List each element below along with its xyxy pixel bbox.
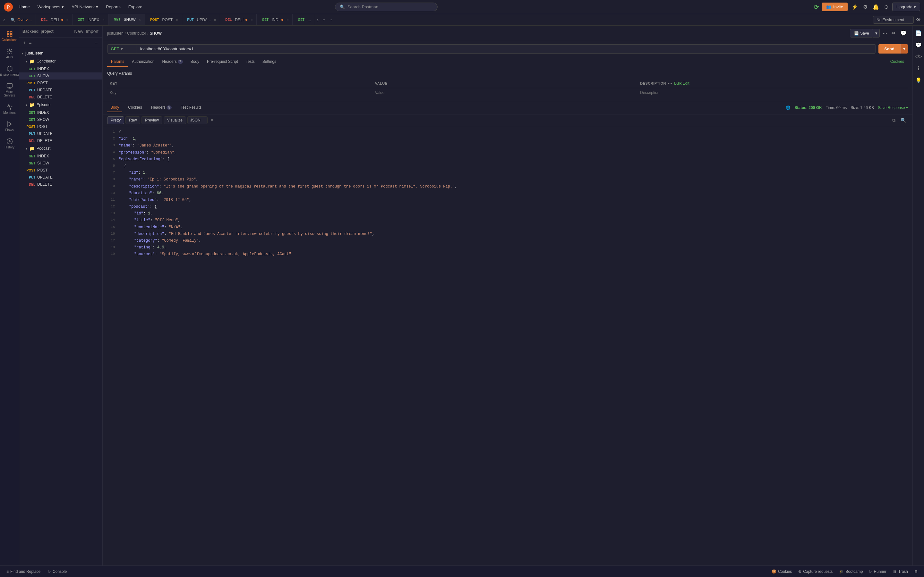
save-button[interactable]: 💾 Save xyxy=(850,29,873,37)
endpoint-episode-index[interactable]: GET INDEX xyxy=(19,109,102,116)
tab-more-options[interactable]: ··· xyxy=(328,16,336,23)
format-visualize-button[interactable]: Visualize xyxy=(164,116,186,124)
close-icon[interactable]: × xyxy=(286,18,288,22)
value-input[interactable] xyxy=(375,90,635,95)
tab-get-indi[interactable]: GET INDI × xyxy=(257,14,292,26)
tab-del-deli1[interactable]: DEL DELI × xyxy=(36,14,73,26)
right-panel-lightbulb[interactable]: 💡 xyxy=(913,75,924,85)
nav-reports[interactable]: Reports xyxy=(103,3,124,11)
description-input[interactable] xyxy=(640,90,905,95)
import-button[interactable]: Import xyxy=(85,28,99,35)
json-format-select[interactable]: JSON xyxy=(187,116,208,124)
tab-cookies[interactable]: Cookies xyxy=(887,57,908,67)
endpoint-podcast-post[interactable]: POST POST xyxy=(19,167,102,174)
env-eye-icon[interactable]: 👁 xyxy=(915,16,923,24)
tab-overview[interactable]: 🔍 Overvi... xyxy=(7,14,36,26)
more-options-btn[interactable]: ··· xyxy=(94,39,99,46)
endpoint-podcast-show[interactable]: GET SHOW xyxy=(19,160,102,167)
close-icon[interactable]: × xyxy=(176,18,178,22)
endpoint-episode-delete[interactable]: DEL DELETE xyxy=(19,137,102,144)
tab-get-index[interactable]: GET INDEX × xyxy=(73,14,109,26)
tab-del-deli2[interactable]: DEL DELI × xyxy=(220,14,257,26)
search-response-button[interactable]: 🔍 xyxy=(899,117,908,124)
new-tab-button[interactable]: + xyxy=(320,16,327,23)
bulk-edit-button[interactable]: Bulk Edit xyxy=(674,81,689,85)
send-button[interactable]: Send xyxy=(879,44,900,53)
format-pretty-button[interactable]: Pretty xyxy=(107,116,124,124)
format-raw-button[interactable]: Raw xyxy=(126,116,140,124)
folder-podcast[interactable]: ▾ 📁 Podcast xyxy=(19,144,102,153)
close-icon[interactable]: × xyxy=(66,18,68,22)
tab-get-show[interactable]: GET SHOW × xyxy=(109,14,145,26)
nav-api-network[interactable]: API Network ▾ xyxy=(68,3,102,11)
layout-button[interactable]: ⊞ xyxy=(912,568,920,575)
comment-icon[interactable]: 💬 xyxy=(899,29,908,37)
endpoint-contributor-delete[interactable]: DEL DELETE xyxy=(19,93,102,101)
filter-btn[interactable]: ≡ xyxy=(28,39,32,46)
key-input[interactable] xyxy=(110,90,370,95)
tab-nav-left[interactable]: ‹ xyxy=(1,16,7,23)
folder-contributor[interactable]: ▾ 📁 Contributor xyxy=(19,57,102,65)
add-collection-btn[interactable]: + xyxy=(23,39,26,46)
find-replace-button[interactable]: ≡ Find and Replace xyxy=(4,568,43,575)
upgrade-button[interactable]: Upgrade ▾ xyxy=(892,3,920,11)
resp-tab-cookies[interactable]: Cookies xyxy=(125,103,145,112)
right-panel-docs[interactable]: 📄 xyxy=(913,28,924,38)
sidebar-item-environments[interactable]: Environments xyxy=(1,63,18,79)
bell-icon[interactable]: 🔔 xyxy=(871,3,880,11)
close-icon[interactable]: × xyxy=(139,18,141,21)
save-response-button[interactable]: Save Response ▾ xyxy=(878,105,908,110)
endpoint-contributor-index[interactable]: GET INDEX xyxy=(19,65,102,73)
right-panel-comments[interactable]: 💬 xyxy=(913,40,924,50)
folder-episode[interactable]: ▾ 📁 Episode xyxy=(19,101,102,109)
send-dropdown-button[interactable]: ▾ xyxy=(900,44,908,53)
sidebar-item-monitors[interactable]: Monitors xyxy=(1,101,18,117)
resp-tab-body[interactable]: Body xyxy=(107,103,122,112)
invite-button[interactable]: 👥 Invite xyxy=(822,3,848,11)
tab-auth[interactable]: Authorization xyxy=(128,57,158,67)
console-button[interactable]: ▷ Console xyxy=(45,568,69,575)
env-dropdown[interactable]: No Environment xyxy=(873,16,914,24)
bootcamp-button[interactable]: 🎓 Bootcamp xyxy=(837,568,865,575)
lightning-icon[interactable]: ⚡ xyxy=(850,3,859,11)
tab-get-more[interactable]: GET ... xyxy=(292,14,315,26)
settings-icon[interactable]: ⊙ xyxy=(883,3,890,11)
capture-requests-button[interactable]: ⊕ Capture requests xyxy=(796,568,835,575)
copy-response-button[interactable]: ⧉ xyxy=(890,117,897,124)
trash-button[interactable]: 🗑 Trash xyxy=(890,568,911,575)
sidebar-item-mock-servers[interactable]: Mock Servers xyxy=(1,80,18,100)
collection-justlisten[interactable]: ▾ justListen xyxy=(19,49,102,57)
right-panel-info[interactable]: ℹ xyxy=(916,63,921,73)
endpoint-contributor-update[interactable]: PUT UPDATE xyxy=(19,87,102,93)
tab-put-upda[interactable]: PUT UPDA... × xyxy=(182,14,220,26)
endpoint-contributor-show[interactable]: GET SHOW xyxy=(19,73,102,79)
tab-tests[interactable]: Tests xyxy=(242,57,258,67)
close-icon[interactable]: × xyxy=(102,18,104,22)
tab-settings[interactable]: Settings xyxy=(258,57,280,67)
sidebar-item-apis[interactable]: APIs xyxy=(1,45,18,61)
format-preview-button[interactable]: Preview xyxy=(142,116,162,124)
runner-button[interactable]: ▷ Runner xyxy=(867,568,889,575)
close-icon[interactable]: × xyxy=(250,18,252,22)
sidebar-item-collections[interactable]: Collections xyxy=(1,28,18,44)
tab-post-post[interactable]: POST POST × xyxy=(145,14,182,26)
endpoint-contributor-post[interactable]: POST POST xyxy=(19,79,102,87)
tab-headers[interactable]: Headers 7 xyxy=(158,57,186,67)
tab-pre-request[interactable]: Pre-request Script xyxy=(203,57,242,67)
cookies-button[interactable]: 🍪 Cookies xyxy=(769,568,795,575)
endpoint-podcast-update[interactable]: PUT UPDATE xyxy=(19,174,102,181)
resp-tab-headers[interactable]: Headers 5 xyxy=(148,103,175,112)
sidebar-item-history[interactable]: History xyxy=(1,135,18,152)
endpoint-episode-post[interactable]: POST POST xyxy=(19,123,102,130)
new-collection-button[interactable]: New xyxy=(73,28,84,35)
endpoint-episode-show[interactable]: GET SHOW xyxy=(19,116,102,123)
edit-icon[interactable]: ✏ xyxy=(890,29,897,37)
tab-params[interactable]: Params xyxy=(107,57,128,67)
tab-nav-right[interactable]: › xyxy=(315,16,320,23)
endpoint-podcast-index[interactable]: GET INDEX xyxy=(19,153,102,160)
nav-home[interactable]: Home xyxy=(15,3,33,11)
sidebar-item-flows[interactable]: Flows xyxy=(1,118,18,134)
tab-body[interactable]: Body xyxy=(187,57,203,67)
right-panel-code[interactable]: </> xyxy=(913,52,924,61)
search-bar[interactable]: 🔍 Search Postman xyxy=(335,3,438,11)
